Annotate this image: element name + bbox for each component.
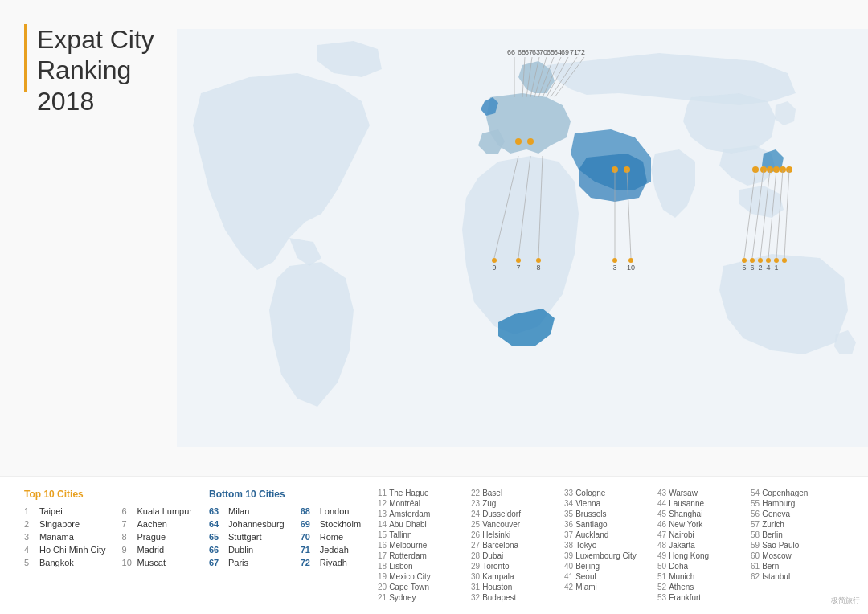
numbered-city-item: 27Barcelona <box>471 541 564 550</box>
page-title: Expat City Ranking 2018 <box>37 24 161 117</box>
top10-city-list: 1Taipei2Singapore3Manama4Ho Chi Minh Cit… <box>24 506 201 567</box>
top10-col1: 1Taipei2Singapore3Manama4Ho Chi Minh Cit… <box>24 506 106 567</box>
numbered-city-item: 31Houston <box>471 583 564 591</box>
numbered-city-item: 59São Paulo <box>751 541 844 550</box>
svg-point-57 <box>782 258 787 263</box>
bottom10-section: Bottom 10 Cities 63Milan64Johannesburg65… <box>209 489 370 602</box>
numbered-city-item: 38Tokyo <box>564 541 657 550</box>
top10-list-item: 8Prague <box>122 532 193 542</box>
svg-point-28 <box>536 258 541 263</box>
numbered-city-item: 49Hong Kong <box>657 551 751 560</box>
bottom10-list-item: 63Milan <box>209 506 285 516</box>
world-map-svg: 66 68 67 63 70 65 64 69 71 72 <box>177 0 868 476</box>
title-bar: Expat City Ranking 2018 <box>24 24 161 117</box>
numbered-city-item: 12Montréal <box>378 499 471 508</box>
bottom10-city-list: 63Milan64Johannesburg65Stuttgart66Dublin… <box>209 506 370 567</box>
numbered-city-item: 51Munich <box>657 572 751 581</box>
svg-text:9: 9 <box>492 264 496 272</box>
svg-point-56 <box>774 258 779 263</box>
bottom10-title: Bottom 10 Cities <box>209 489 370 500</box>
watermark: 极简旅行 <box>831 596 860 606</box>
svg-point-37 <box>628 258 633 263</box>
numbered-city-item: 22Basel <box>471 489 564 497</box>
numbered-city-item: 55Hamburg <box>751 499 844 508</box>
numbered-city-item: 35Brussels <box>564 510 657 518</box>
numbered-city-item: 43Warsaw <box>657 489 751 497</box>
numbered-city-item: 18Lisbon <box>378 562 471 571</box>
numbered-city-item: 24Dusseldorf <box>471 510 564 518</box>
svg-point-27 <box>516 258 521 263</box>
main-container: Expat City Ranking 2018 <box>0 0 868 614</box>
bottom10-list-item: 67Paris <box>209 558 285 567</box>
svg-text:69: 69 <box>561 48 569 56</box>
numbered-city-item: 16Melbourne <box>378 541 471 550</box>
numbered-city-item: 20Cape Town <box>378 583 471 591</box>
map-area: 66 68 67 63 70 65 64 69 71 72 <box>177 0 868 476</box>
svg-text:2: 2 <box>758 264 762 272</box>
svg-point-22 <box>527 138 534 145</box>
numbered-city-item: 48Jakarta <box>657 541 751 550</box>
svg-point-52 <box>742 258 747 263</box>
top10-list-item: 4Ho Chi Minh City <box>24 545 106 555</box>
numbered-col3: 33Cologne34Vienna35Brussels36Santiago37A… <box>564 489 657 602</box>
numbered-city-item: 13Amsterdam <box>378 510 471 518</box>
numbered-city-item: 42Miami <box>564 583 657 591</box>
numbered-city-item: 40Beijing <box>564 562 657 571</box>
top10-list-item: 10Muscat <box>122 558 193 567</box>
numbered-city-item: 30Kampala <box>471 572 564 581</box>
numbered-city-item: 50Doha <box>657 562 751 571</box>
svg-point-53 <box>750 258 755 263</box>
numbered-city-item: 53Frankfurt <box>657 593 751 602</box>
numbered-col5: 54Copenhagen55Hamburg56Geneva57Zurich58B… <box>751 489 844 602</box>
numbered-city-item: 32Budapest <box>471 593 564 602</box>
numbered-city-item: 34Vienna <box>564 499 657 508</box>
numbered-city-item: 23Zug <box>471 499 564 508</box>
numbered-list-section: 11The Hague12Montréal13Amsterdam14Abu Dh… <box>378 489 844 602</box>
numbered-city-item: 36Santiago <box>564 520 657 529</box>
numbered-city-item: 57Zurich <box>751 520 844 529</box>
top10-title: Top 10 Cities <box>24 489 201 500</box>
svg-text:5: 5 <box>742 264 746 272</box>
title-accent <box>24 24 27 92</box>
top10-list-item: 1Taipei <box>24 506 106 516</box>
svg-text:66: 66 <box>507 48 515 56</box>
top10-list-item: 2Singapore <box>24 519 106 529</box>
top10-col2: 6Kuala Lumpur7Aachen8Prague9Madrid10Musc… <box>122 506 193 567</box>
svg-text:4: 4 <box>766 264 770 272</box>
numbered-city-item: 37Auckland <box>564 530 657 539</box>
left-panel: Expat City Ranking 2018 <box>0 0 177 476</box>
numbered-col1: 11The Hague12Montréal13Amsterdam14Abu Dh… <box>378 489 471 602</box>
svg-text:8: 8 <box>536 264 540 272</box>
numbered-city-item: 46New York <box>657 520 751 529</box>
bottom10-col1: 63Milan64Johannesburg65Stuttgart66Dublin… <box>209 506 285 567</box>
numbered-city-item: 25Vancouver <box>471 520 564 529</box>
bottom10-list-item: 66Dublin <box>209 545 285 555</box>
numbered-city-item: 54Copenhagen <box>751 489 844 497</box>
numbered-city-item: 29Toronto <box>471 562 564 571</box>
numbered-city-item: 33Cologne <box>564 489 657 497</box>
numbered-city-item: 21Sydney <box>378 593 471 602</box>
numbered-city-item: 19Mexico City <box>378 572 471 581</box>
svg-text:7: 7 <box>516 264 520 272</box>
numbered-city-item: 52Athens <box>657 583 751 591</box>
numbered-city-item: 39Luxembourg City <box>564 551 657 560</box>
numbered-city-item: 26Helsinki <box>471 530 564 539</box>
svg-point-26 <box>492 258 497 263</box>
bottom-panel: Top 10 Cities 1Taipei2Singapore3Manama4H… <box>0 476 868 614</box>
top10-list-item: 5Bangkok <box>24 558 106 567</box>
numbered-city-item: 41Seoul <box>564 572 657 581</box>
top10-list-item: 6Kuala Lumpur <box>122 506 193 516</box>
numbered-city-item: 58Berlin <box>751 530 844 539</box>
bottom10-list-item: 71Jeddah <box>301 545 361 555</box>
bottom10-list-item: 68London <box>301 506 361 516</box>
top10-list-item: 7Aachen <box>122 519 193 529</box>
svg-text:6: 6 <box>750 264 754 272</box>
top10-list-item: 3Manama <box>24 532 106 542</box>
bottom10-col2: 68London69Stockholm70Rome71Jeddah72Riyad… <box>301 506 361 567</box>
numbered-city-item: 45Shanghai <box>657 510 751 518</box>
numbered-col2: 22Basel23Zug24Dusseldorf25Vancouver26Hel… <box>471 489 564 602</box>
svg-text:3: 3 <box>612 264 616 272</box>
numbered-city-item: 56Geneva <box>751 510 844 518</box>
top10-list-item: 9Madrid <box>122 545 193 555</box>
bottom10-list-item: 70Rome <box>301 532 361 542</box>
